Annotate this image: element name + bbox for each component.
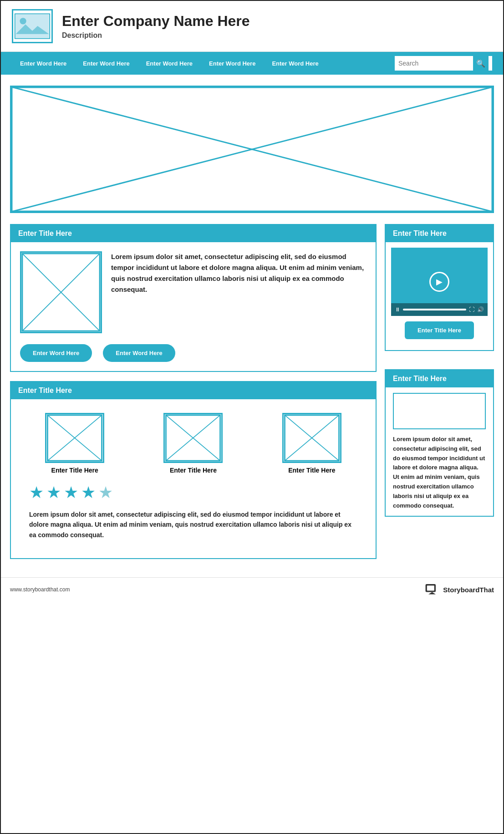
gallery-item-1: Enter Title Here	[20, 413, 129, 474]
rating-text: Lorem ipsum dolor sit amet, consectetur …	[29, 509, 357, 540]
footer-url: www.storyboardthat.com	[10, 586, 70, 593]
storyboardthat-icon	[425, 583, 439, 596]
featured-btn-1[interactable]: Enter Word Here	[20, 344, 92, 362]
featured-text: Lorem ipsum dolor sit amet, consectetur …	[111, 251, 367, 295]
nav-item-1[interactable]: Enter Word Here	[12, 60, 75, 67]
video-section: Enter Title Here ▶ ⏸ ⛶ 🔊 Enter Title Her…	[385, 224, 494, 351]
featured-section-title: Enter Title Here	[11, 225, 376, 242]
right-text-section: Enter Title Here Lorem ipsum dolor sit a…	[385, 369, 494, 517]
gallery-section-body: Enter Title Here Enter Title Here	[11, 399, 376, 558]
company-info: Enter Company Name Here Description	[62, 13, 250, 40]
pause-icon[interactable]: ⏸	[395, 306, 400, 313]
star-4: ★	[81, 483, 96, 502]
svg-marker-21	[428, 592, 436, 595]
star-2: ★	[46, 483, 61, 502]
gallery-label-2: Enter Title Here	[170, 467, 217, 474]
right-text-section-title: Enter Title Here	[386, 370, 493, 387]
nav-items: Enter Word Here Enter Word Here Enter Wo…	[12, 60, 395, 67]
featured-image	[20, 251, 102, 333]
gallery-item-2: Enter Title Here	[138, 413, 248, 474]
footer: www.storyboardthat.com StoryboardThat	[1, 577, 503, 601]
star-1: ★	[29, 483, 44, 502]
gallery-thumb-1	[45, 413, 104, 463]
gallery-section-title: Enter Title Here	[11, 382, 376, 399]
navbar: Enter Word Here Enter Word Here Enter Wo…	[1, 52, 503, 75]
gallery-thumb-2	[163, 413, 223, 463]
right-text-section-body: Lorem ipsum dolor sit amet, consectetur …	[386, 387, 493, 516]
volume-icon[interactable]: 🔊	[477, 306, 484, 313]
gallery-item-3: Enter Title Here	[257, 413, 367, 474]
gallery-label-1: Enter Title Here	[51, 467, 98, 474]
right-text-content: Lorem ipsum dolor sit amet, consectetur …	[393, 435, 486, 510]
blank-placeholder	[393, 393, 486, 429]
video-box: ▶ ⏸ ⛶ 🔊	[391, 248, 488, 316]
svg-point-2	[20, 18, 26, 24]
nav-item-2[interactable]: Enter Word Here	[75, 60, 137, 67]
featured-content: Lorem ipsum dolor sit amet, consectetur …	[20, 251, 367, 333]
svg-rect-1	[16, 15, 49, 38]
video-controls: ⏸ ⛶ 🔊	[391, 303, 488, 316]
left-column: Enter Title Here Lorem ipsum dolor sit a…	[10, 224, 377, 568]
footer-brand: StoryboardThat	[425, 583, 494, 596]
fullscreen-icon[interactable]: ⛶	[469, 306, 474, 313]
gallery-thumb-3	[282, 413, 341, 463]
stars: ★ ★ ★ ★ ★	[29, 483, 357, 502]
hero-banner	[10, 86, 494, 213]
main-content: Enter Title Here Lorem ipsum dolor sit a…	[1, 224, 503, 568]
play-button[interactable]: ▶	[429, 272, 449, 292]
search-box: 🔍	[395, 56, 492, 71]
header: Enter Company Name Here Description	[1, 1, 503, 52]
company-description: Description	[62, 31, 250, 40]
video-section-title: Enter Title Here	[386, 225, 493, 242]
company-logo	[12, 9, 53, 43]
right-column: Enter Title Here ▶ ⏸ ⛶ 🔊 Enter Title Her…	[385, 224, 494, 568]
video-section-body: ▶ ⏸ ⛶ 🔊 Enter Title Here	[386, 242, 493, 350]
svg-rect-20	[427, 585, 434, 590]
footer-brand-name: StoryboardThat	[443, 586, 494, 594]
search-button[interactable]: 🔍	[473, 56, 489, 71]
search-input[interactable]	[398, 60, 471, 67]
video-btn[interactable]: Enter Title Here	[405, 321, 474, 339]
company-name: Enter Company Name Here	[62, 13, 250, 30]
btn-row: Enter Word Here Enter Word Here	[20, 344, 367, 362]
featured-section: Enter Title Here Lorem ipsum dolor sit a…	[10, 224, 377, 372]
nav-item-3[interactable]: Enter Word Here	[138, 60, 201, 67]
star-3: ★	[64, 483, 78, 502]
gallery-label-3: Enter Title Here	[288, 467, 335, 474]
gallery-section: Enter Title Here Enter Title Here	[10, 381, 377, 559]
star-5: ★	[98, 483, 113, 502]
nav-item-5[interactable]: Enter Word Here	[264, 60, 326, 67]
nav-item-4[interactable]: Enter Word Here	[201, 60, 264, 67]
featured-btn-2[interactable]: Enter Word Here	[103, 344, 175, 362]
rating-section: ★ ★ ★ ★ ★ Lorem ipsum dolor sit amet, co…	[20, 474, 367, 549]
progress-bar	[403, 309, 466, 310]
gallery-items: Enter Title Here Enter Title Here	[20, 413, 367, 474]
video-cta: Enter Title Here	[391, 316, 488, 345]
featured-section-body: Lorem ipsum dolor sit amet, consectetur …	[11, 242, 376, 371]
